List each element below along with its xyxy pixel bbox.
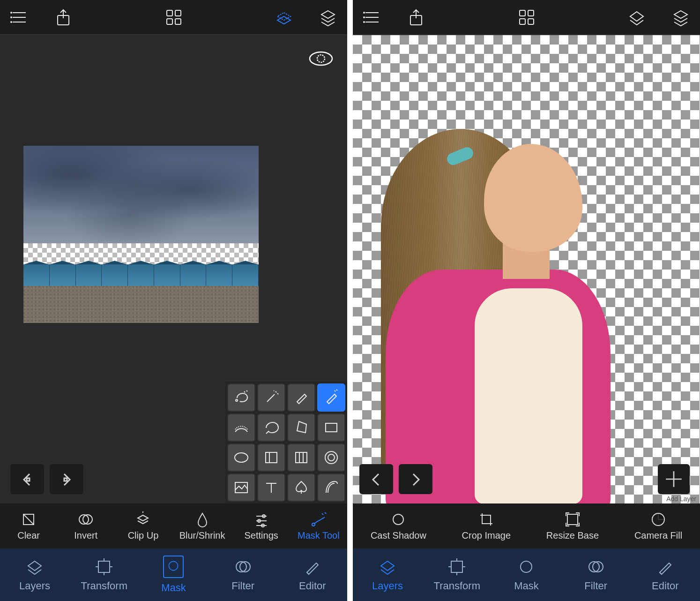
polygon-icon[interactable] bbox=[287, 413, 315, 442]
ellipse-icon[interactable] bbox=[227, 443, 255, 472]
share-icon[interactable] bbox=[406, 8, 426, 27]
magic-lasso-icon[interactable] bbox=[227, 383, 255, 412]
action-bar-right: Cast Shadow Crop Image Resize Base Camer… bbox=[353, 503, 700, 548]
crop-image-button[interactable]: Crop Image bbox=[462, 511, 511, 541]
tab-layers[interactable]: Layers bbox=[11, 557, 58, 592]
prev-layer-button[interactable] bbox=[359, 464, 393, 494]
tab-mask[interactable]: Mask bbox=[150, 556, 197, 594]
left-screen: Clear Invert Clip Up Blur/Shrink Setting… bbox=[0, 0, 347, 601]
lasso-icon[interactable] bbox=[257, 413, 285, 442]
top-toolbar-left bbox=[0, 0, 347, 35]
svg-rect-63 bbox=[27, 478, 30, 481]
girl-cutout-photo bbox=[353, 101, 615, 503]
layers-outline-icon[interactable] bbox=[627, 8, 647, 27]
tab-mask[interactable]: Mask bbox=[503, 557, 550, 592]
tab-transform[interactable]: Transform bbox=[81, 557, 127, 592]
tab-layers[interactable]: Layers bbox=[364, 557, 411, 592]
radial-icon[interactable] bbox=[317, 443, 345, 472]
mask-tool-palette bbox=[225, 382, 347, 503]
gradient-linear-icon[interactable] bbox=[257, 443, 285, 472]
resize-base-button[interactable]: Resize Base bbox=[546, 511, 599, 541]
next-layer-button[interactable] bbox=[50, 464, 83, 494]
canvas-area-right[interactable]: Add Layer bbox=[353, 35, 700, 503]
list-icon[interactable] bbox=[9, 8, 29, 27]
prev-layer-button[interactable] bbox=[10, 464, 44, 494]
hair-icon[interactable] bbox=[317, 473, 345, 502]
cast-shadow-button[interactable]: Cast Shadow bbox=[371, 511, 426, 541]
right-screen: Add Layer Cast Shadow Crop Image Resize … bbox=[353, 0, 700, 601]
layer-nav-buttons bbox=[10, 464, 83, 494]
selected-layer-icon[interactable] bbox=[274, 8, 294, 27]
brush-icon[interactable] bbox=[287, 383, 315, 412]
tab-bar-right: Layers Transform Mask Filter Editor bbox=[353, 548, 700, 601]
layers-stack-icon[interactable] bbox=[318, 8, 338, 27]
svg-rect-64 bbox=[64, 478, 67, 481]
magic-wand-icon[interactable] bbox=[257, 383, 285, 412]
action-bar-left: Clear Invert Clip Up Blur/Shrink Setting… bbox=[0, 503, 347, 548]
list-icon[interactable] bbox=[362, 8, 382, 27]
tab-editor[interactable]: Editor bbox=[289, 557, 336, 592]
tab-editor[interactable]: Editor bbox=[642, 557, 689, 592]
text-mask-icon[interactable] bbox=[257, 473, 285, 502]
tab-transform[interactable]: Transform bbox=[433, 557, 480, 592]
grid-icon[interactable] bbox=[164, 8, 184, 27]
camera-fill-button[interactable]: Camera Fill bbox=[634, 511, 682, 541]
next-layer-button[interactable] bbox=[399, 464, 432, 494]
top-toolbar-right bbox=[353, 0, 700, 35]
tab-filter[interactable]: Filter bbox=[573, 557, 619, 592]
settings-button[interactable]: Settings bbox=[240, 511, 283, 541]
clear-button[interactable]: Clear bbox=[7, 511, 50, 541]
layer-nav-buttons bbox=[359, 464, 432, 494]
tab-bar-left: Layers Transform Mask Filter Editor bbox=[0, 548, 347, 601]
visibility-eye-icon[interactable] bbox=[308, 50, 334, 67]
grid-icon[interactable] bbox=[517, 8, 536, 27]
arc-icon[interactable] bbox=[227, 413, 255, 442]
add-layer-button[interactable] bbox=[658, 464, 690, 494]
spade-icon[interactable] bbox=[287, 473, 315, 502]
mask-tool-button[interactable]: Mask Tool bbox=[298, 511, 340, 541]
share-icon[interactable] bbox=[53, 8, 73, 27]
tab-filter[interactable]: Filter bbox=[220, 557, 267, 592]
layers-stack-icon[interactable] bbox=[671, 8, 691, 27]
rectangle-icon[interactable] bbox=[317, 413, 345, 442]
add-layer-label: Add Layer bbox=[666, 495, 696, 503]
blur-shrink-button[interactable]: Blur/Shrink bbox=[179, 511, 225, 541]
auto-brush-icon[interactable] bbox=[317, 383, 345, 412]
invert-button[interactable]: Invert bbox=[65, 511, 107, 541]
beach-photo bbox=[23, 146, 259, 323]
clip-up-button[interactable]: Clip Up bbox=[122, 511, 164, 541]
canvas-area-left[interactable] bbox=[0, 35, 347, 503]
landscape-icon[interactable] bbox=[227, 473, 255, 502]
gradient-mirror-icon[interactable] bbox=[287, 443, 315, 472]
